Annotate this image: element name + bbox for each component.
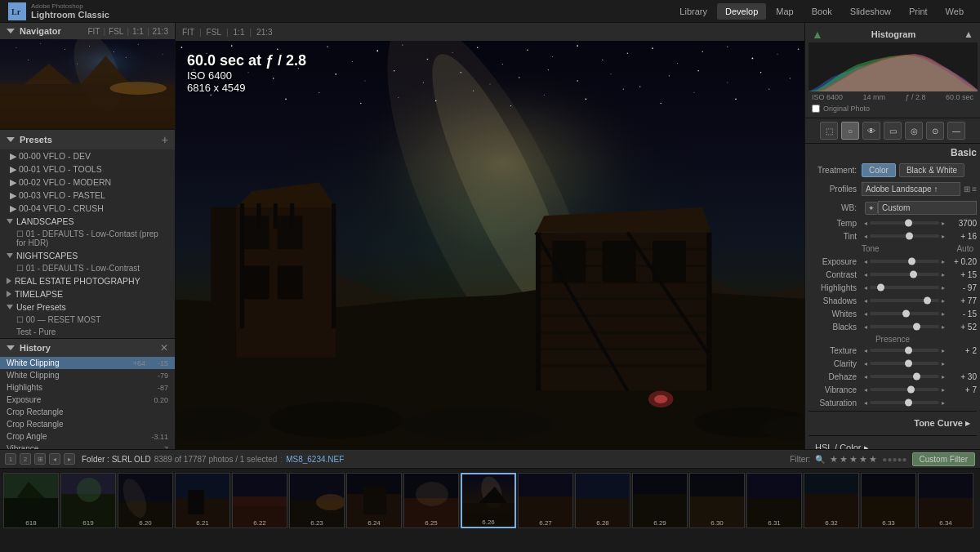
film-thumb-626[interactable]: 6.26 [461,473,516,528]
nav-next-arrow[interactable]: ▸ [64,453,75,465]
preset-group-landscapes[interactable]: LANDSCAPES [0,215,175,228]
film-thumb-630[interactable]: 6.30 [689,473,745,528]
shadows-left-arrow[interactable]: ◂ [862,296,870,305]
whites-thumb[interactable] [902,310,910,318]
history-item-0[interactable]: White Clipping +64 -15 [0,357,175,369]
vibrance-thumb[interactable] [907,386,915,394]
blacks-thumb[interactable] [913,323,920,331]
whites-slider[interactable] [870,309,939,318]
film-thumb-619[interactable]: 619 [60,473,116,528]
highlights-left-arrow[interactable]: ◂ [862,283,870,292]
star-3[interactable]: ★ [849,454,858,465]
toolbar-zoom1-label[interactable]: 1:1 [234,28,245,37]
star-5[interactable]: ★ [869,454,877,465]
film-thumb-632[interactable]: 6.32 [804,473,859,528]
preset-item-1[interactable]: ▶ 00-01 VFLO - TOOLS [0,162,175,176]
exposure-thumb[interactable] [908,258,915,265]
tab-library[interactable]: Library [671,3,715,20]
shadows-thumb[interactable] [924,297,931,305]
whites-right-arrow[interactable]: ▸ [939,309,947,318]
hsl-label[interactable]: HSL / Color ▸ [812,439,872,449]
original-photo-checkbox[interactable] [812,105,820,113]
tab-develop[interactable]: Develop [717,3,766,20]
healing-tool-icon[interactable]: ○ [841,122,859,140]
clarity-right-arrow[interactable]: ▸ [939,359,947,367]
film-thumb-633[interactable]: 6.33 [861,473,916,528]
navigator-zoom1-btn[interactable]: 1:1 [132,27,144,36]
film-thumb-621[interactable]: 6.21 [175,473,230,528]
texture-slider[interactable] [870,345,939,355]
contrast-left-arrow[interactable]: ◂ [862,270,870,278]
presets-add-button[interactable]: + [162,133,168,146]
film-thumb-620[interactable]: 6.20 [118,473,173,528]
navigator-zoom2-btn[interactable]: 21:3 [153,27,168,36]
highlights-right-arrow[interactable]: ▸ [939,283,947,292]
dehaze-thumb[interactable] [913,373,920,381]
saturation-slider[interactable] [870,398,939,407]
film-thumb-623[interactable]: 6.23 [289,473,345,528]
auto-tone-button[interactable]: Auto [956,244,973,253]
wb-eyedropper-icon[interactable]: ✦ [865,202,878,215]
tint-right-arrow[interactable]: ▸ [939,232,947,240]
vibrance-right-arrow[interactable]: ▸ [939,385,947,394]
contrast-thumb[interactable] [910,271,917,278]
history-close-icon[interactable]: ✕ [160,342,168,354]
history-header[interactable]: History ✕ [0,339,175,357]
film-thumb-622[interactable]: 6.22 [232,473,287,528]
wb-select[interactable]: Custom [878,201,977,215]
preset-sub-nightscapes-1[interactable]: ☐ 01 - DEFAULTS - Low-Contrast [0,262,175,274]
vibrance-left-arrow[interactable]: ◂ [862,385,870,394]
history-item-1[interactable]: White Clipping -79 [0,369,175,381]
clarity-slider[interactable] [870,358,939,368]
profile-select[interactable]: Adobe Landscape ↑ [862,182,960,196]
clarity-thumb[interactable] [905,360,912,367]
history-item-5[interactable]: Crop Rectangle [0,418,175,430]
nav-prev-arrow[interactable]: ◂ [49,453,60,465]
tab-book[interactable]: Book [804,3,840,20]
film-thumb-634[interactable]: 6.34 [918,473,973,528]
radial-tool-icon[interactable]: ◎ [905,122,923,140]
temp-right-arrow[interactable]: ▸ [939,219,947,227]
preset-item-3[interactable]: ▶ 00-03 VFLO - PASTEL [0,189,175,202]
texture-thumb[interactable] [905,347,912,354]
toolbar-zoom2-label[interactable]: 21:3 [256,28,272,37]
tint-slider[interactable] [870,231,939,241]
history-item-3[interactable]: Exposure 0.20 [0,394,175,406]
saturation-right-arrow[interactable]: ▸ [939,398,947,407]
shadows-right-arrow[interactable]: ▸ [939,296,947,305]
nav-num1[interactable]: 1 [5,453,16,465]
film-thumb-627[interactable]: 6.27 [518,473,573,528]
redeye-tool-icon[interactable]: 👁 [862,122,880,140]
highlights-slider[interactable] [870,283,939,292]
preset-item-0[interactable]: ▶ 00-00 VFLO - DEV [0,149,175,162]
clarity-left-arrow[interactable]: ◂ [862,359,870,367]
exposure-slider[interactable] [870,256,939,266]
exposure-right-arrow[interactable]: ▸ [939,257,947,265]
texture-left-arrow[interactable]: ◂ [862,346,870,354]
tab-print[interactable]: Print [901,3,936,20]
nav-num2[interactable]: 2 [20,453,31,465]
temp-left-arrow[interactable]: ◂ [862,219,870,227]
preset-group-nightscapes[interactable]: NIGHTSCAPES [0,249,175,262]
highlights-thumb[interactable] [877,284,884,292]
film-thumb-618[interactable]: 618 [3,473,59,528]
preset-sub-landscapes-1[interactable]: ☐ 01 - DEFAULTS - Low-Contast (prep for … [0,228,175,249]
history-item-6[interactable]: Crop Angle -3.11 [0,430,175,443]
tint-thumb[interactable] [906,233,913,240]
presets-header[interactable]: Presets + [0,130,175,149]
blacks-left-arrow[interactable]: ◂ [862,323,870,331]
whites-left-arrow[interactable]: ◂ [862,309,870,318]
profile-grid-icon[interactable]: ⊞ [964,185,970,194]
preset-item-4[interactable]: ▶ 00-04 VFLO - CRUSH [0,202,175,215]
saturation-thumb[interactable] [905,399,912,407]
tab-slideshow[interactable]: Slideshow [842,3,899,20]
navigator-fsl-btn[interactable]: FSL [109,27,123,36]
toolbar-fsl-label[interactable]: FSL [207,28,221,37]
temp-slider[interactable] [870,218,939,228]
gradient-tool-icon[interactable]: ▭ [884,122,902,140]
film-thumb-628[interactable]: 6.28 [575,473,630,528]
preset-sub-user-2[interactable]: Test - Pure [0,326,175,338]
saturation-left-arrow[interactable]: ◂ [862,398,870,407]
tab-web[interactable]: Web [938,3,972,20]
preset-sub-user-1[interactable]: ☐ 00 — RESET MOST [0,314,175,326]
